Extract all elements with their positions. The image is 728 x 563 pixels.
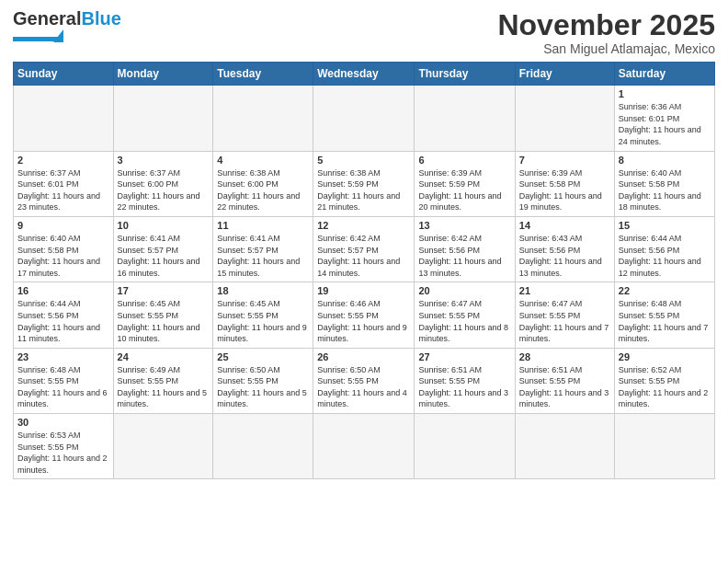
day-info: Sunrise: 6:49 AMSunset: 5:55 PMDaylight:…	[118, 364, 210, 410]
calendar-cell	[14, 86, 114, 151]
calendar-cell: 28Sunrise: 6:51 AMSunset: 5:55 PMDayligh…	[515, 348, 614, 413]
calendar-cell: 9Sunrise: 6:40 AMSunset: 5:58 PMDaylight…	[14, 216, 114, 282]
day-number: 16	[17, 285, 109, 296]
day-number: 26	[317, 351, 410, 362]
day-info: Sunrise: 6:50 AMSunset: 5:55 PMDaylight:…	[217, 364, 309, 410]
calendar-cell: 17Sunrise: 6:45 AMSunset: 5:55 PMDayligh…	[113, 282, 213, 348]
day-info: Sunrise: 6:43 AMSunset: 5:56 PMDaylight:…	[519, 233, 610, 279]
logo: General Blue	[13, 9, 121, 53]
calendar-cell	[415, 414, 515, 479]
calendar-table: SundayMondayTuesdayWednesdayThursdayFrid…	[13, 62, 715, 479]
calendar-cell: 10Sunrise: 6:41 AMSunset: 5:57 PMDayligh…	[113, 216, 213, 282]
day-info: Sunrise: 6:51 AMSunset: 5:55 PMDaylight:…	[519, 364, 610, 410]
day-number: 10	[118, 220, 210, 231]
col-header-thursday: Thursday	[415, 63, 515, 86]
day-info: Sunrise: 6:42 AMSunset: 5:57 PMDaylight:…	[317, 233, 410, 279]
day-number: 30	[17, 417, 109, 428]
day-number: 25	[217, 351, 309, 362]
calendar-cell: 8Sunrise: 6:40 AMSunset: 5:58 PMDaylight…	[614, 151, 714, 216]
day-number: 20	[418, 285, 510, 296]
calendar-cell: 4Sunrise: 6:38 AMSunset: 6:00 PMDaylight…	[213, 151, 313, 216]
calendar-cell: 18Sunrise: 6:45 AMSunset: 5:55 PMDayligh…	[213, 282, 313, 348]
calendar-cell: 24Sunrise: 6:49 AMSunset: 5:55 PMDayligh…	[113, 348, 213, 413]
col-header-wednesday: Wednesday	[313, 63, 415, 86]
calendar-cell	[614, 414, 714, 479]
header: General Blue November 2025 San Miguel At…	[13, 9, 715, 56]
day-number: 9	[17, 220, 109, 231]
month-title: November 2025	[497, 9, 715, 41]
calendar-cell: 3Sunrise: 6:37 AMSunset: 6:00 PMDaylight…	[113, 151, 213, 216]
day-info: Sunrise: 6:50 AMSunset: 5:55 PMDaylight:…	[317, 364, 410, 410]
day-info: Sunrise: 6:41 AMSunset: 5:57 PMDaylight:…	[118, 233, 210, 279]
day-info: Sunrise: 6:41 AMSunset: 5:57 PMDaylight:…	[217, 233, 309, 279]
day-number: 2	[17, 155, 109, 166]
calendar-cell: 29Sunrise: 6:52 AMSunset: 5:55 PMDayligh…	[614, 348, 714, 413]
calendar-cell	[213, 414, 313, 479]
day-number: 21	[519, 285, 610, 296]
day-info: Sunrise: 6:44 AMSunset: 5:56 PMDaylight:…	[17, 298, 109, 344]
title-block: November 2025 San Miguel Atlamajac, Mexi…	[497, 9, 715, 56]
day-number: 6	[418, 155, 510, 166]
day-number: 11	[217, 220, 309, 231]
calendar-cell: 7Sunrise: 6:39 AMSunset: 5:58 PMDaylight…	[515, 151, 614, 216]
day-number: 4	[217, 155, 309, 166]
day-info: Sunrise: 6:48 AMSunset: 5:55 PMDaylight:…	[619, 298, 711, 344]
day-info: Sunrise: 6:51 AMSunset: 5:55 PMDaylight:…	[418, 364, 510, 410]
calendar-cell: 2Sunrise: 6:37 AMSunset: 6:01 PMDaylight…	[14, 151, 114, 216]
day-number: 5	[317, 155, 410, 166]
calendar-cell: 23Sunrise: 6:48 AMSunset: 5:55 PMDayligh…	[14, 348, 114, 413]
day-number: 15	[619, 220, 711, 231]
day-info: Sunrise: 6:42 AMSunset: 5:56 PMDaylight:…	[418, 233, 510, 279]
day-info: Sunrise: 6:44 AMSunset: 5:56 PMDaylight:…	[619, 233, 711, 279]
col-header-sunday: Sunday	[14, 63, 114, 86]
calendar-cell: 13Sunrise: 6:42 AMSunset: 5:56 PMDayligh…	[415, 216, 515, 282]
day-info: Sunrise: 6:45 AMSunset: 5:55 PMDaylight:…	[217, 298, 309, 344]
day-number: 1	[619, 88, 711, 99]
day-number: 8	[619, 155, 711, 166]
day-number: 23	[17, 351, 109, 362]
day-number: 29	[619, 351, 711, 362]
day-number: 18	[217, 285, 309, 296]
calendar-cell	[113, 86, 213, 151]
calendar-cell	[415, 86, 515, 151]
logo-icon	[13, 29, 82, 50]
day-number: 17	[118, 285, 210, 296]
calendar-cell: 11Sunrise: 6:41 AMSunset: 5:57 PMDayligh…	[213, 216, 313, 282]
day-info: Sunrise: 6:47 AMSunset: 5:55 PMDaylight:…	[519, 298, 610, 344]
calendar-cell: 5Sunrise: 6:38 AMSunset: 5:59 PMDaylight…	[313, 151, 415, 216]
calendar-cell: 26Sunrise: 6:50 AMSunset: 5:55 PMDayligh…	[313, 348, 415, 413]
calendar-cell: 27Sunrise: 6:51 AMSunset: 5:55 PMDayligh…	[415, 348, 515, 413]
day-number: 12	[317, 220, 410, 231]
day-number: 13	[418, 220, 510, 231]
page: General Blue November 2025 San Miguel At…	[0, 0, 728, 563]
day-number: 27	[418, 351, 510, 362]
day-info: Sunrise: 6:53 AMSunset: 5:55 PMDaylight:…	[17, 430, 109, 476]
col-header-tuesday: Tuesday	[213, 63, 313, 86]
day-number: 14	[519, 220, 610, 231]
calendar-cell: 16Sunrise: 6:44 AMSunset: 5:56 PMDayligh…	[14, 282, 114, 348]
day-info: Sunrise: 6:47 AMSunset: 5:55 PMDaylight:…	[418, 298, 510, 344]
calendar-cell: 19Sunrise: 6:46 AMSunset: 5:55 PMDayligh…	[313, 282, 415, 348]
calendar-cell	[515, 86, 614, 151]
day-info: Sunrise: 6:38 AMSunset: 5:59 PMDaylight:…	[317, 167, 410, 213]
calendar-cell	[515, 414, 614, 479]
day-info: Sunrise: 6:36 AMSunset: 6:01 PMDaylight:…	[619, 101, 711, 147]
day-info: Sunrise: 6:48 AMSunset: 5:55 PMDaylight:…	[17, 364, 109, 410]
calendar-cell: 22Sunrise: 6:48 AMSunset: 5:55 PMDayligh…	[614, 282, 714, 348]
calendar-cell	[213, 86, 313, 151]
calendar-cell: 25Sunrise: 6:50 AMSunset: 5:55 PMDayligh…	[213, 348, 313, 413]
location: San Miguel Atlamajac, Mexico	[497, 41, 715, 56]
logo-text: General	[13, 9, 81, 28]
day-number: 22	[619, 285, 711, 296]
calendar-cell	[313, 414, 415, 479]
col-header-friday: Friday	[515, 63, 614, 86]
svg-marker-1	[53, 29, 63, 42]
col-header-saturday: Saturday	[614, 63, 714, 86]
day-info: Sunrise: 6:45 AMSunset: 5:55 PMDaylight:…	[118, 298, 210, 344]
calendar-cell: 1Sunrise: 6:36 AMSunset: 6:01 PMDaylight…	[614, 86, 714, 151]
day-info: Sunrise: 6:52 AMSunset: 5:55 PMDaylight:…	[619, 364, 711, 410]
day-number: 7	[519, 155, 610, 166]
day-info: Sunrise: 6:38 AMSunset: 6:00 PMDaylight:…	[217, 167, 309, 213]
day-info: Sunrise: 6:46 AMSunset: 5:55 PMDaylight:…	[317, 298, 410, 344]
day-info: Sunrise: 6:37 AMSunset: 6:00 PMDaylight:…	[118, 167, 210, 213]
